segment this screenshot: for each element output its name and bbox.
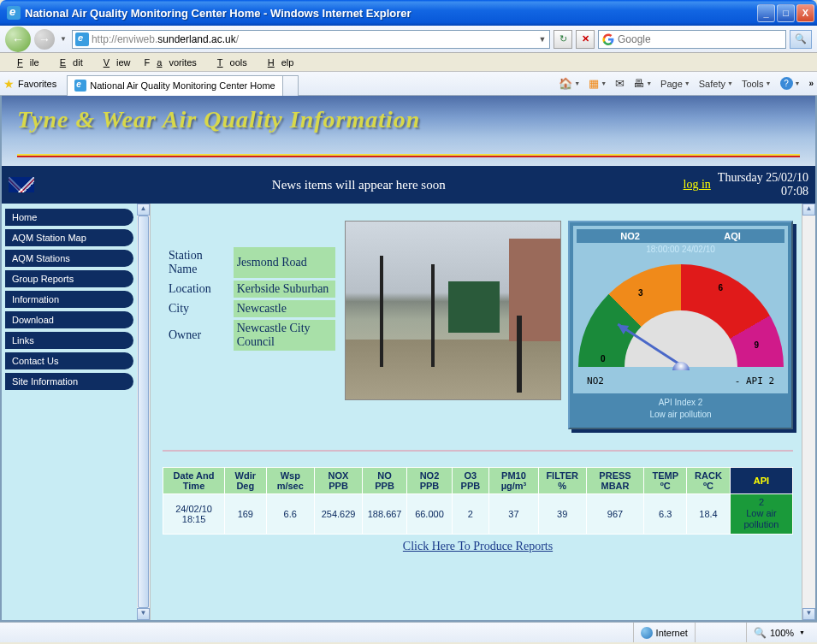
zoom-control[interactable]: 🔍 100% ▼ xyxy=(746,623,812,642)
login-link[interactable]: log in xyxy=(684,178,711,192)
city-value: Newcastle xyxy=(234,300,335,317)
search-input[interactable] xyxy=(618,33,782,45)
gauge-right-label: AQI xyxy=(724,231,741,241)
scroll-down-icon[interactable]: ▼ xyxy=(137,608,150,620)
tools-menu[interactable]: Tools▼ xyxy=(738,74,775,93)
col-o3: O3 PPB xyxy=(452,468,488,494)
close-button[interactable]: X xyxy=(796,4,814,22)
read-mail-button[interactable]: ✉ xyxy=(612,74,628,93)
page-menu[interactable]: Page▼ xyxy=(657,74,694,93)
station-info-table: Station NameJesmond Road LocationKerbsid… xyxy=(163,245,338,353)
browser-tab[interactable]: National Air Quality Monitoring Center H… xyxy=(67,75,282,96)
page-scroll-down-icon[interactable]: ▼ xyxy=(802,608,815,620)
maximize-button[interactable]: □ xyxy=(777,4,795,22)
minimize-button[interactable]: _ xyxy=(757,4,775,22)
cell-wsp: 6.6 xyxy=(266,494,314,535)
gauge-panel: NO2 AQI 18:00:00 24/02/10 0 3 6 xyxy=(568,221,793,429)
info-bar: News items will appear here soon log in … xyxy=(2,166,815,204)
cell-o3: 2 xyxy=(452,494,488,535)
gauge-scale-0: 0 xyxy=(601,354,606,363)
location-label: Location xyxy=(165,281,231,298)
favorites-star-icon[interactable]: ★ xyxy=(3,77,15,91)
owner-label: Owner xyxy=(165,320,231,351)
nav-history-dropdown[interactable]: ▼ xyxy=(58,35,68,43)
cell-api: 2Low air pollution xyxy=(730,494,792,535)
page-scrollbar[interactable]: ▲ ▼ xyxy=(802,204,815,620)
col-temp: TEMP ºC xyxy=(644,468,687,494)
toolbar-overflow[interactable]: » xyxy=(808,79,814,88)
sidebar-item-download[interactable]: Download xyxy=(5,311,133,328)
menu-view[interactable]: View xyxy=(90,56,138,69)
uk-flag-icon[interactable] xyxy=(9,177,34,192)
col-datetime: Date And Time xyxy=(163,468,225,494)
gauge-bottom-left: NO2 xyxy=(587,375,604,387)
sidebar-item-station-map[interactable]: AQM Station Map xyxy=(5,229,133,246)
col-rack: RACK ºC xyxy=(687,468,731,494)
station-name-value: Jesmond Road xyxy=(234,247,335,278)
sidebar-item-links[interactable]: Links xyxy=(5,332,133,349)
protected-mode-cell[interactable] xyxy=(695,623,746,642)
banner-title: Tyne & Wear Air Quality Information xyxy=(17,106,800,133)
url-suffix: / xyxy=(236,33,239,45)
gauge-timestamp: 18:00:00 24/02/10 xyxy=(577,243,784,256)
col-wdir: Wdir Deg xyxy=(225,468,266,494)
address-dropdown[interactable]: ▼ xyxy=(536,35,549,44)
sidebar-item-information[interactable]: Information xyxy=(5,291,133,308)
stop-button[interactable]: ✕ xyxy=(576,30,595,49)
table-header-row: Date And Time Wdir Deg Wsp m/sec NOX PPB… xyxy=(163,468,793,494)
safety-menu[interactable]: Safety▼ xyxy=(696,74,737,93)
produce-reports-link[interactable]: Click Here To Produce Reports xyxy=(163,540,793,553)
sidebar-item-contact[interactable]: Contact Us xyxy=(5,352,133,369)
gauge-dial: 0 3 6 9 xyxy=(577,256,784,375)
sidebar-item-group-reports[interactable]: Group Reports xyxy=(5,270,133,287)
section-divider xyxy=(163,450,793,452)
current-time: 07:08 xyxy=(718,185,808,198)
current-date: Thursday 25/02/10 xyxy=(718,171,808,185)
col-pm10: PM10 µg/m³ xyxy=(489,468,539,494)
home-button[interactable]: 🏠▼ xyxy=(555,74,583,93)
scroll-thumb[interactable] xyxy=(138,216,149,608)
scroll-up-icon[interactable]: ▲ xyxy=(137,204,150,216)
nav-toolbar: ← → ▼ http://enviweb.sunderland.ac.uk/ ▼… xyxy=(0,26,817,53)
menu-help[interactable]: Help xyxy=(254,56,301,69)
window-titlebar: National Air Quality Monitoring Center H… xyxy=(0,0,817,26)
security-zone[interactable]: Internet xyxy=(633,623,695,642)
sidebar-item-stations[interactable]: AQM Stations xyxy=(5,250,133,267)
cell-pm10: 37 xyxy=(489,494,539,535)
forward-button[interactable]: → xyxy=(34,29,55,50)
cell-datetime: 24/02/10 18:15 xyxy=(163,494,225,535)
tab-icon xyxy=(74,80,86,92)
inner-scrollbar[interactable]: ▲ ▼ xyxy=(137,204,151,620)
sidebar-item-site-info[interactable]: Site Information xyxy=(5,373,133,390)
banner-underline xyxy=(17,154,800,157)
location-value: Kerbside Suburban xyxy=(234,281,335,298)
status-bar: Internet 🔍 100% ▼ xyxy=(0,622,817,642)
new-tab-button[interactable] xyxy=(283,75,299,96)
search-button[interactable]: 🔍 xyxy=(790,30,812,49)
cell-rack: 18.4 xyxy=(687,494,731,535)
zoom-icon: 🔍 xyxy=(754,627,767,639)
help-button[interactable]: ?▼ xyxy=(777,74,804,93)
cell-no: 188.667 xyxy=(363,494,407,535)
page-scroll-up-icon[interactable]: ▲ xyxy=(802,204,815,216)
tab-title: National Air Quality Monitoring Center H… xyxy=(90,80,275,91)
favorites-label[interactable]: Favorites xyxy=(18,79,56,89)
ie-icon xyxy=(7,6,21,20)
back-button[interactable]: ← xyxy=(5,27,31,52)
menu-tools[interactable]: Tools xyxy=(204,56,254,69)
address-bar[interactable]: http://enviweb.sunderland.ac.uk/ ▼ xyxy=(72,30,550,49)
feeds-button[interactable]: ▦▼ xyxy=(585,74,610,93)
refresh-button[interactable]: ↻ xyxy=(554,30,572,49)
search-box[interactable] xyxy=(598,30,786,49)
sidebar-item-home[interactable]: Home xyxy=(5,209,133,226)
gauge-bottom-right: - API 2 xyxy=(735,375,774,387)
menu-file[interactable]: FFileile xyxy=(3,56,46,69)
readings-table: Date And Time Wdir Deg Wsp m/sec NOX PPB… xyxy=(163,467,793,535)
main-panel: Station NameJesmond Road LocationKerbsid… xyxy=(151,204,802,620)
col-no2: NO2 PPB xyxy=(407,468,453,494)
menu-edit[interactable]: Edit xyxy=(46,56,90,69)
url-host: sunderland.ac.uk xyxy=(157,33,235,45)
print-button[interactable]: 🖶▼ xyxy=(630,74,655,93)
menu-favorites[interactable]: Favorites xyxy=(138,56,204,69)
col-wsp: Wsp m/sec xyxy=(266,468,314,494)
